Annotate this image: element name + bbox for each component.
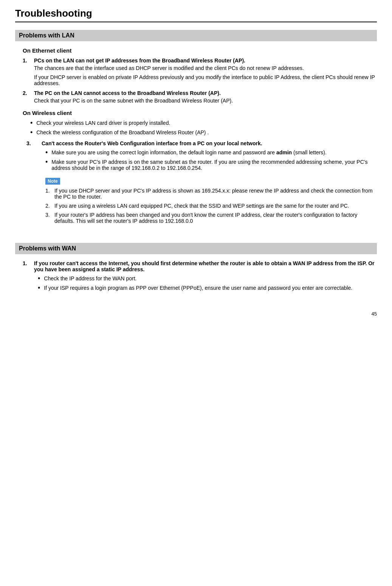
note-label: Note — [45, 178, 60, 185]
wan-item-1-title: If you router can't access the Internet,… — [34, 260, 377, 272]
note-items: 1. If you use DHCP server and your PC's … — [45, 188, 377, 224]
subsection-ethernet-title: On Ethernet client — [23, 47, 377, 54]
note-item-1: 1. If you use DHCP server and your PC's … — [45, 188, 377, 200]
note-item-3: 3. If your router's IP address has been … — [45, 212, 377, 224]
ethernet-item-1-num: 1. — [23, 58, 34, 86]
wireless-bullet-2: Check the wireless configuration of the … — [30, 129, 377, 137]
section-header-lan: Problems with LAN — [15, 30, 377, 41]
wan-item-1-num: 1. — [23, 260, 34, 296]
note-item-1-text: If you use DHCP server and your PC's IP … — [54, 188, 377, 200]
wireless-sub-bullet-2: Make sure your PC's IP address is on the… — [45, 159, 377, 171]
note-item-3-text: If your router's IP address has been cha… — [54, 212, 377, 224]
wan-sub-bullet-1: Check the IP address for the WAN port. — [38, 275, 377, 283]
wireless-item-3-content: Can't access the Router's Web Configurat… — [42, 140, 377, 228]
wireless-item-3-num: 3. — [23, 140, 42, 228]
ethernet-item-2-num: 2. — [23, 90, 34, 104]
note-item-2-num: 2. — [45, 203, 54, 209]
wireless-sub-bullet-1: Make sure you are using the correct logi… — [45, 149, 377, 157]
note-item-1-num: 1. — [45, 188, 54, 200]
wan-sub-bullet-2: If your ISP requires a login program as … — [38, 285, 377, 292]
wireless-bullet-1: Check your wireless LAN card driver is p… — [30, 120, 377, 127]
ethernet-item-1-title: PCs on the LAN can not get IP addresses … — [34, 58, 377, 64]
ethernet-item-1-body-1: The chances are that the interface used … — [34, 65, 377, 71]
note-item-3-num: 3. — [45, 212, 54, 224]
wan-item-1: 1. If you router can't access the Intern… — [23, 260, 377, 296]
note-item-2: 2. If you are using a wireless LAN card … — [45, 203, 377, 209]
wireless-bullet-list: Check your wireless LAN card driver is p… — [30, 120, 377, 137]
wireless-item-3-sub-bullets: Make sure you are using the correct logi… — [45, 149, 377, 171]
ethernet-item-1: 1. PCs on the LAN can not get IP address… — [23, 58, 377, 86]
section-header-wan: Problems with WAN — [15, 243, 377, 254]
subsection-wireless-title: On Wireless client — [23, 110, 377, 116]
wireless-item-3: 3. Can't access the Router's Web Configu… — [23, 140, 377, 228]
ethernet-item-2: 2. The PC on the LAN cannot access to th… — [23, 90, 377, 104]
note-item-2-text: If you are using a wireless LAN card equ… — [54, 203, 377, 209]
page-title: Troubleshooting — [15, 8, 377, 22]
wireless-item-3-title: Can't access the Router's Web Configurat… — [42, 140, 377, 146]
wan-item-1-content: If you router can't access the Internet,… — [34, 260, 377, 296]
ethernet-item-2-body: Check that your PC is on the same subnet… — [34, 98, 377, 104]
ethernet-item-2-title: The PC on the LAN cannot access to the B… — [34, 90, 377, 96]
ethernet-item-2-content: The PC on the LAN cannot access to the B… — [34, 90, 377, 104]
wan-sub-bullets: Check the IP address for the WAN port. I… — [38, 275, 377, 292]
page-number: 45 — [15, 311, 377, 317]
ethernet-item-1-body-2: If your DHCP server is enabled on privat… — [34, 74, 377, 86]
ethernet-item-1-content: PCs on the LAN can not get IP addresses … — [34, 58, 377, 86]
